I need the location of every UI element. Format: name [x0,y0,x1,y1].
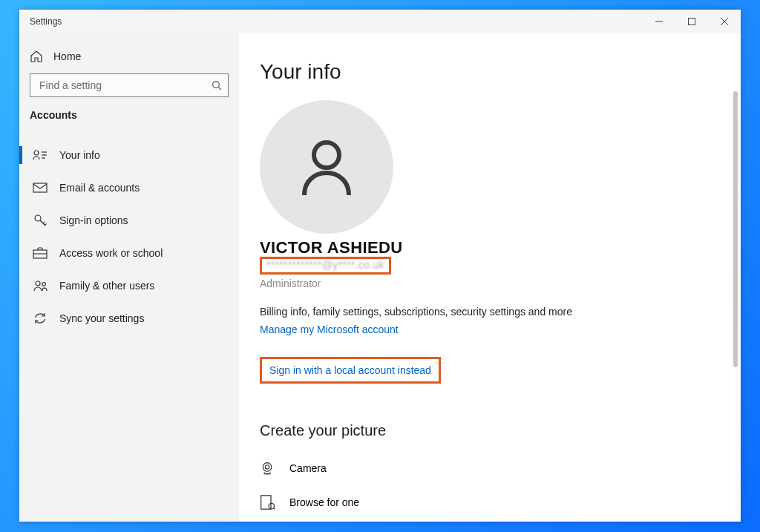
svg-point-6 [34,151,39,155]
sidebar-item-label: Your info [59,149,100,161]
search-icon [212,80,222,91]
home-icon [30,50,43,63]
scrollbar-thumb[interactable] [733,91,738,367]
svg-rect-10 [33,183,47,192]
browse-label: Browse for one [289,496,359,508]
sidebar-item-label: Access work or school [59,247,163,259]
person-card-icon [33,148,48,162]
sidebar-item-email[interactable]: Email & accounts [19,171,239,204]
svg-line-14 [45,224,47,226]
svg-point-11 [35,215,41,221]
page-title: Your info [260,60,741,84]
sidebar-item-work[interactable]: Access work or school [19,237,239,269]
svg-point-18 [42,283,46,286]
sidebar-item-home[interactable]: Home [19,41,239,73]
minimize-icon [655,18,663,25]
search-input[interactable] [30,73,229,97]
sign-in-local-link[interactable]: Sign in with a local account instead [269,364,431,376]
person-icon [289,130,364,204]
svg-point-17 [36,281,40,286]
scrollbar[interactable] [733,91,738,510]
window-body: Home Accounts Your info [19,33,741,522]
sidebar-item-your-info[interactable]: Your info [19,139,239,171]
close-icon [721,18,728,25]
svg-point-24 [269,503,275,509]
sidebar-item-signin[interactable]: Sign-in options [19,204,239,237]
browse-icon [260,495,275,510]
local-account-highlight: Sign in with a local account instead [260,357,441,384]
svg-point-4 [213,82,220,88]
sidebar-item-label: Sign-in options [59,214,128,226]
search-input-field[interactable] [38,79,212,92]
svg-line-25 [274,508,275,510]
account-email: *************@y****.co.uk [266,259,384,271]
briefcase-icon [33,246,48,260]
sidebar-category: Accounts [19,109,239,131]
manage-account-link[interactable]: Manage my Microsoft account [260,324,399,335]
svg-line-12 [40,220,45,226]
camera-icon [260,461,275,476]
svg-point-21 [265,465,269,469]
svg-line-13 [43,222,45,223]
window-buttons [643,10,741,33]
camera-label: Camera [289,462,327,474]
svg-point-20 [263,463,272,472]
svg-line-5 [218,87,221,90]
key-icon [33,213,48,228]
avatar [260,100,393,234]
sidebar: Home Accounts Your info [19,33,239,522]
billing-description: Billing info, family settings, subscript… [260,306,741,318]
sidebar-item-sync[interactable]: Sync your settings [19,302,239,335]
sidebar-nav: Your info Email & accounts Sign-in optio… [19,139,239,335]
sync-icon [33,311,48,326]
account-email-highlight: *************@y****.co.uk [260,257,391,275]
svg-rect-1 [689,19,695,25]
main-content: Your info VICTOR ASHIEDU *************@y… [239,33,741,522]
camera-button[interactable]: Camera [260,451,741,485]
close-button[interactable] [708,10,741,33]
svg-point-19 [314,142,339,168]
sidebar-item-label: Sync your settings [59,312,144,324]
sidebar-item-label: Family & other users [59,280,154,292]
mail-icon [33,180,48,195]
maximize-button[interactable] [675,10,708,33]
titlebar: Settings [19,10,741,33]
sidebar-item-label: Home [53,50,81,62]
account-role: Administrator [260,278,741,289]
maximize-icon [688,18,695,25]
picture-heading: Create your picture [260,422,741,439]
minimize-button[interactable] [643,10,675,33]
account-name: VICTOR ASHIEDU [260,238,741,257]
browse-button[interactable]: Browse for one [260,485,741,519]
window-title: Settings [19,16,62,27]
settings-window: Settings Home [19,10,741,522]
people-icon [33,278,48,293]
sidebar-item-label: Email & accounts [59,182,140,194]
sidebar-item-family[interactable]: Family & other users [19,269,239,302]
